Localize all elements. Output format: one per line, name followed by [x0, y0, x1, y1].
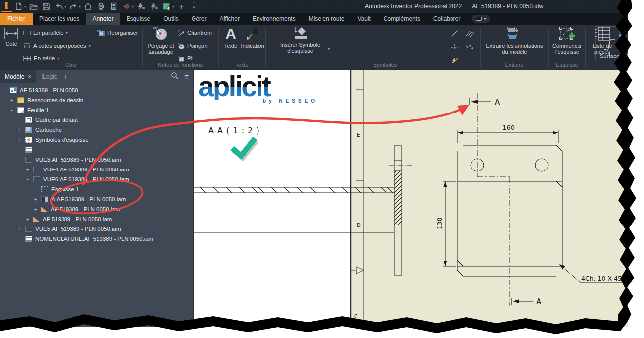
balloon-icon[interactable]	[616, 27, 629, 39]
add-icon[interactable]: +	[175, 1, 187, 12]
group-label-texte[interactable]: Texte	[218, 62, 265, 68]
redo-caret[interactable]: ▾	[79, 4, 81, 9]
sheet-icon	[17, 107, 24, 113]
tree-item-cadre[interactable]: Cadre par défaut	[0, 115, 193, 125]
save-icon[interactable]	[40, 1, 52, 12]
tab-mise-en-route[interactable]: Mise en route	[302, 13, 351, 25]
tab-afficher[interactable]: Afficher	[213, 13, 246, 25]
tab-complements[interactable]: Compléments	[377, 13, 427, 25]
tree-item-table[interactable]	[0, 145, 193, 155]
expander-icon[interactable]: +	[10, 98, 17, 103]
iproperties-alt-icon[interactable]	[148, 1, 160, 12]
tab-collaborer[interactable]: Collaborer	[427, 13, 467, 25]
tree-item-vue5[interactable]: +VUE5:AF 519389 - PLN 0050.iam	[0, 224, 193, 234]
tree-item-nomenclature[interactable]: NOMENCLATURE:AF 519389 - PLN 0050.iam	[0, 234, 193, 244]
undo-caret[interactable]: ▾	[64, 4, 66, 9]
tree-item-section-a[interactable]: +AF 519389 - PLN 0050.iam	[0, 204, 193, 214]
tab-esquisse[interactable]: Esquisse	[120, 13, 157, 25]
poincon-button[interactable]: Poinçon	[177, 40, 208, 51]
screen-capture-button[interactable]: ▾	[472, 15, 490, 23]
indication-button[interactable]: A Indication	[241, 26, 264, 49]
tree-item-cartouche[interactable]: +Cartouche	[0, 125, 193, 135]
qat-overflow-icon[interactable]: ▔▾	[188, 1, 200, 12]
inventor-logo-icon[interactable]	[1, 0, 12, 12]
model-browser-panel: Modèle × iLogic + ≡ AF 519389 - PLN 0050…	[0, 70, 194, 338]
tab-vault[interactable]: Vault	[351, 13, 377, 25]
tree-item-esquisse1[interactable]: Esquisse 1	[0, 184, 193, 194]
tab-annoter[interactable]: Annoter	[86, 13, 120, 25]
add-tab-icon[interactable]: +	[64, 73, 68, 81]
expander-icon[interactable]: −	[18, 157, 25, 163]
general-table-icon[interactable]	[616, 54, 629, 65]
home-icon[interactable]	[82, 1, 94, 12]
tab-outils[interactable]: Outils	[157, 13, 185, 25]
texte-button[interactable]: A Texte	[221, 26, 241, 49]
chevron-down-icon[interactable]: ▾	[89, 44, 91, 48]
extraire-annotations-button[interactable]: Extraire les annotations du modèle	[482, 26, 547, 55]
chanfrein-button[interactable]: Chanfrein	[177, 27, 212, 38]
chevron-down-icon[interactable]: ▾	[66, 31, 68, 35]
tab-ilogic[interactable]: iLogic	[36, 70, 62, 83]
tree-item-root[interactable]: AF 519389 - PLN 0050	[0, 85, 193, 95]
menu-icon[interactable]: ≡	[184, 73, 189, 80]
tree-item-symboles[interactable]: +Symboles d'esquisse	[0, 135, 193, 145]
tab-modele[interactable]: Modèle ×	[0, 70, 36, 83]
tab-placer-les-vues[interactable]: Placer les vues	[33, 13, 86, 25]
view-cube-icon[interactable]	[161, 1, 173, 12]
expander-icon[interactable]: +	[34, 197, 41, 202]
iproperties-icon[interactable]	[135, 1, 147, 12]
group-label-cote[interactable]: Cote	[0, 62, 142, 68]
tree-item-ressources[interactable]: +Ressources de dessin	[0, 95, 193, 105]
tree-item-vue4[interactable]: +VUE4:AF 519389 - PLN 0050.iam	[0, 165, 193, 174]
tab-gerer[interactable]: Gérer	[185, 13, 213, 25]
center-mark-icon[interactable]	[449, 41, 461, 53]
hole-table-icon[interactable]	[616, 42, 629, 54]
inserer-symbole-button[interactable]: Insérer Symbole d'esquisse	[270, 26, 330, 54]
tree-item-feuille[interactable]: −Feuille:1	[0, 105, 193, 115]
group-label-extraire[interactable]: Extraire	[480, 62, 548, 68]
expander-icon[interactable]: +	[18, 137, 25, 143]
chevron-down-icon[interactable]: ▾	[328, 47, 330, 51]
commencer-esquisse-button[interactable]: Commencer l'esquisse	[550, 26, 584, 55]
cote-button[interactable]: Cote	[1, 27, 22, 47]
automated-centerline-icon[interactable]	[449, 55, 461, 67]
group-label-symboles[interactable]: Symboles	[330, 62, 440, 68]
tab-fichier[interactable]: Fichier	[0, 13, 33, 25]
close-icon[interactable]: ×	[28, 73, 31, 80]
new-file-icon[interactable]	[13, 1, 25, 12]
tree-item-vue3[interactable]: −VUE3:AF 519389 - PLN 0050.iam	[0, 155, 193, 165]
group-label-notes[interactable]: Notes de fonctions	[142, 62, 218, 68]
en-parallele-button[interactable]: En parallèle▾	[23, 27, 68, 38]
undo-icon[interactable]	[53, 1, 65, 12]
cotes-superposees-button[interactable]: A cotes superposées▾	[23, 40, 91, 51]
measure-icon[interactable]	[121, 1, 132, 12]
open-file-icon[interactable]	[27, 1, 39, 12]
centered-pattern-icon[interactable]	[463, 41, 476, 53]
view-cube-caret[interactable]: ▾	[172, 4, 174, 9]
new-file-caret[interactable]: ▾	[24, 4, 26, 9]
tab-environnements[interactable]: Environnements	[246, 13, 302, 25]
chevron-down-icon[interactable]: ▾	[57, 56, 59, 61]
reorganiser-button[interactable]: Réorganiser	[97, 27, 138, 38]
expander-icon[interactable]: +	[18, 127, 25, 133]
centerline-icon[interactable]	[449, 27, 461, 39]
expander-icon[interactable]: −	[26, 177, 33, 182]
search-icon[interactable]	[171, 72, 178, 81]
expander-icon[interactable]: +	[26, 167, 33, 172]
expander-icon[interactable]: +	[18, 226, 25, 232]
expander-icon[interactable]: +	[34, 207, 41, 212]
percage-taraudage-button[interactable]: Perçage et taraudage	[145, 26, 176, 55]
redo-icon[interactable]	[67, 1, 79, 12]
expander-icon[interactable]: +	[26, 217, 33, 222]
tree-item-section-b[interactable]: +AF 519389 - PLN 0050.iam	[0, 214, 193, 224]
print-icon[interactable]	[95, 1, 107, 12]
group-label-esquisse[interactable]: Esquisse	[548, 62, 585, 68]
tree-item-vue6[interactable]: −VUE6:AF 519389 - PLN 0050.iam	[0, 174, 193, 184]
measure-caret[interactable]: ▾	[132, 4, 134, 9]
document-options-icon[interactable]	[108, 1, 120, 12]
tree-item-a-assembly[interactable]: +A:AF 519389 - PLN 0050.iam	[0, 194, 193, 204]
expander-icon[interactable]: −	[10, 108, 17, 113]
centerline-bisector-icon[interactable]	[463, 27, 476, 39]
drawing-canvas[interactable]: aplicit by NESSEO A-A ( 1 : 2 ) E D C	[194, 70, 644, 338]
liste-pieces-button[interactable]: Liste de pièces	[588, 26, 617, 55]
